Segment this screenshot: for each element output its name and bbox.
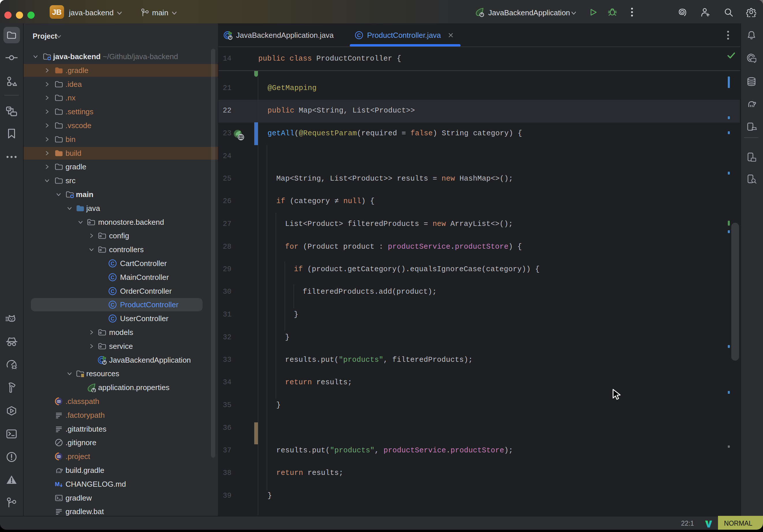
svg-text:C: C: [111, 302, 115, 308]
svg-text:M: M: [55, 481, 60, 487]
svg-text:C: C: [111, 274, 115, 280]
svg-text:C: C: [111, 261, 115, 266]
svg-text:C: C: [357, 33, 361, 38]
svg-text:C: C: [111, 316, 115, 322]
svg-text:C: C: [111, 288, 115, 294]
